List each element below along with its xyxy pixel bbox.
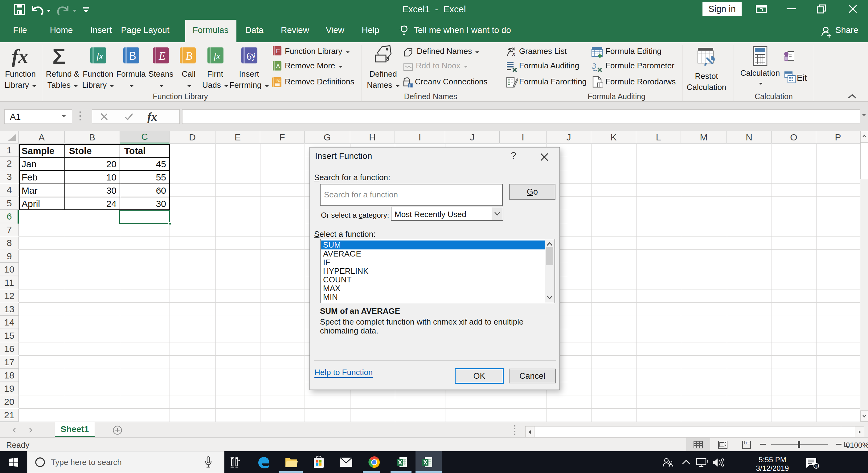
svg-text:3: 3 — [815, 464, 817, 468]
svg-text:fx: fx — [214, 51, 220, 61]
svg-text:x: x — [512, 49, 516, 57]
svg-text:fx: fx — [96, 51, 103, 61]
svg-text:B: B — [186, 50, 192, 62]
svg-text:E: E — [276, 48, 280, 55]
svg-text:E: E — [158, 50, 165, 62]
svg-text:1: 1 — [745, 441, 747, 445]
svg-text:A: A — [276, 63, 280, 70]
svg-text:3: 3 — [592, 62, 596, 70]
svg-text:B: B — [129, 49, 136, 62]
svg-text:1¾: 1¾ — [275, 78, 280, 83]
